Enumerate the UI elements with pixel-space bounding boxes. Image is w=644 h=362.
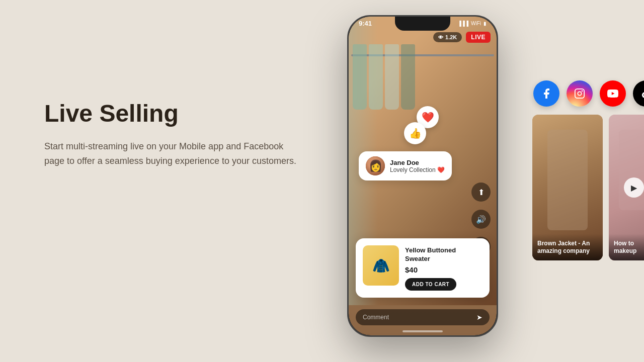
status-bar: 9:41 ▐▐▐ WiFi ▮ [349,20,497,27]
avatar-face [366,156,385,175]
thumb-overlay-1: Brown Jacket - An amazing company [532,234,603,260]
play-button-2[interactable]: ▶ [624,177,644,198]
product-name: Yellow Buttoned Sweater [405,246,482,263]
thumb-label-2: How to makeup [614,240,644,255]
subtitle-text: Start multi-streaming live on your Mobil… [44,139,306,169]
facebook-icon[interactable] [533,80,559,107]
svg-point-2 [582,90,583,92]
add-to-cart-button[interactable]: ADD TO CART [405,278,456,291]
signal-icon: ▐▐▐ [458,21,468,26]
svg-point-1 [578,92,581,95]
user-info: Jane Doe Lovely Collection ❤️ [390,159,445,173]
user-name: Jane Doe [390,159,445,166]
hanger-1 [353,44,367,110]
phone-wrapper: 9:41 ▐▐▐ WiFi ▮ 1.2K LIVE ❤️ 👍 [347,15,498,342]
status-icons: ▐▐▐ WiFi ▮ [458,21,487,26]
phone-screen: 9:41 ▐▐▐ WiFi ▮ 1.2K LIVE ❤️ 👍 [349,17,497,335]
youtube-icon[interactable] [600,80,626,107]
reaction-thumb: 👍 [404,122,426,144]
product-card: 🧥 Yellow Buttoned Sweater $40 ADD TO CAR… [356,238,490,298]
svg-rect-0 [575,89,584,98]
live-badge: LIVE [466,32,491,43]
social-icons [533,80,644,107]
instagram-icon[interactable] [567,80,593,107]
home-indicator [403,330,443,332]
product-price: $40 [405,265,482,274]
phone-frame: 9:41 ▐▐▐ WiFi ▮ 1.2K LIVE ❤️ 👍 [347,15,498,337]
video-thumbnails: Brown Jacket - An amazing company ▶ How … [532,115,644,260]
video-thumb-1[interactable]: Brown Jacket - An amazing company [532,115,603,260]
product-info: Yellow Buttoned Sweater $40 ADD TO CART [405,245,482,291]
left-section: Live Selling Start multi-streaming live … [44,101,306,169]
views-number: 1.2K [445,34,457,40]
share-icon[interactable]: ⬆ [471,183,491,202]
battery-icon: ▮ [484,21,487,26]
user-avatar [366,156,385,175]
user-card: Jane Doe Lovely Collection ❤️ [359,151,452,180]
tiktok-icon[interactable] [633,80,644,107]
status-time: 9:41 [359,20,372,27]
comment-placeholder[interactable]: Comment [363,314,389,321]
main-title: Live Selling [44,101,306,127]
hanger-4 [401,44,415,110]
hanger-3 [385,44,399,110]
thumb-label-1: Brown Jacket - An amazing company [537,240,598,255]
user-collection: Lovely Collection ❤️ [390,166,445,173]
hanger-2 [369,44,383,110]
comment-bar[interactable]: Comment ➤ [356,309,490,325]
product-image: 🧥 [363,245,399,286]
wifi-icon: WiFi [471,21,481,26]
send-icon[interactable]: ➤ [476,313,482,321]
video-thumb-2[interactable]: ▶ How to makeup [609,115,644,260]
volume-icon[interactable]: 🔊 [471,210,491,229]
thumb-overlay-2: How to makeup [609,234,644,260]
top-bar: 1.2K LIVE [433,32,491,43]
views-count: 1.2K [433,32,462,42]
